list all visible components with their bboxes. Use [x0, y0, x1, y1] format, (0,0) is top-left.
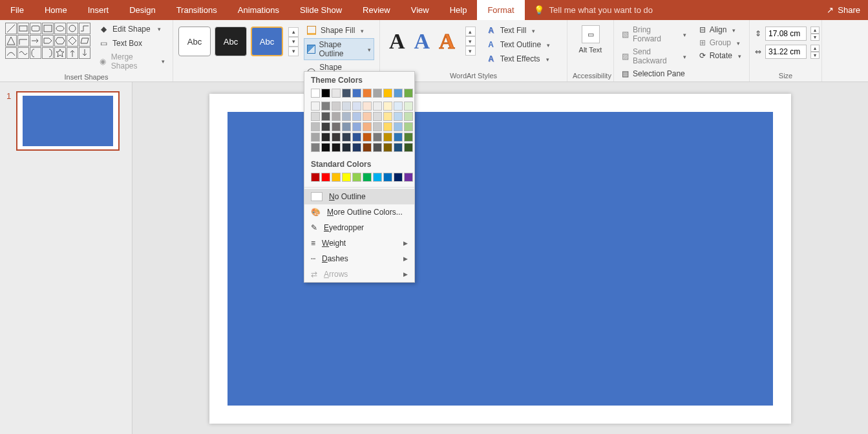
send-backward-button[interactable]: ▨Send Backward [619, 46, 689, 67]
shape-oval-icon[interactable] [54, 23, 66, 34]
tab-file[interactable]: File [0, 0, 34, 20]
slide-thumbnail-1[interactable]: 1 [6, 91, 125, 151]
wordart-preset-3[interactable]: A [439, 29, 455, 54]
color-swatch[interactable] [342, 102, 351, 111]
color-swatch[interactable] [352, 122, 361, 131]
shape-style-gallery[interactable]: Abc Abc Abc ▴ ▾ ▾ [178, 23, 299, 56]
align-button[interactable]: ⊟Align [697, 24, 744, 36]
gallery-down-icon[interactable]: ▾ [288, 37, 299, 47]
color-swatch[interactable] [363, 133, 372, 142]
wordart-gallery[interactable]: A A A ▴ ▾ ▾ [385, 23, 480, 56]
color-swatch[interactable] [321, 143, 330, 152]
shape-circle-icon[interactable] [67, 23, 78, 34]
shape-pentagon-arrow-icon[interactable] [42, 35, 54, 47]
shape-triangle-icon[interactable] [5, 35, 17, 47]
color-swatch[interactable] [342, 112, 351, 121]
gallery-more-icon[interactable]: ▾ [288, 47, 299, 56]
color-swatch[interactable] [383, 173, 392, 182]
gallery-more-icon[interactable]: ▾ [465, 46, 476, 56]
color-swatch[interactable] [352, 112, 361, 121]
text-fill-button[interactable]: Text Fill [483, 24, 553, 37]
wordart-preset-1[interactable]: A [389, 29, 405, 54]
color-swatch[interactable] [342, 89, 351, 98]
group-button[interactable]: ⊞Group [697, 37, 744, 49]
wordart-preset-2[interactable]: A [414, 29, 430, 54]
no-outline-item[interactable]: No Outline [304, 189, 414, 204]
color-swatch[interactable] [321, 102, 330, 111]
shape-roundrect-icon[interactable] [30, 23, 41, 34]
color-swatch[interactable] [363, 89, 372, 98]
color-swatch[interactable] [404, 143, 413, 152]
shape-star-icon[interactable] [54, 47, 66, 59]
shape-down-icon[interactable] [79, 47, 90, 59]
color-swatch[interactable] [363, 102, 372, 111]
color-swatch[interactable] [321, 89, 330, 98]
bring-forward-button[interactable]: ▧Bring Forward [619, 24, 689, 45]
tab-help[interactable]: Help [439, 0, 478, 20]
color-swatch[interactable] [404, 133, 413, 142]
color-swatch[interactable] [394, 122, 403, 131]
shape-brace-icon[interactable] [30, 47, 41, 59]
color-swatch[interactable] [352, 143, 361, 152]
color-swatch[interactable] [394, 133, 403, 142]
width-spinner[interactable]: ▴▾ [810, 45, 820, 59]
color-swatch[interactable] [394, 112, 403, 121]
color-swatch[interactable] [311, 89, 320, 98]
slide-thumbnail-panel[interactable]: 1 [0, 82, 132, 434]
height-control[interactable]: ⇕ ▴▾ [755, 27, 820, 41]
color-swatch[interactable] [311, 133, 320, 142]
color-swatch[interactable] [373, 89, 382, 98]
width-input[interactable] [765, 45, 807, 59]
gallery-down-icon[interactable]: ▾ [465, 36, 476, 46]
color-swatch[interactable] [352, 133, 361, 142]
width-control[interactable]: ⇔ ▴▾ [755, 45, 820, 59]
color-swatch[interactable] [352, 89, 361, 98]
text-outline-button[interactable]: A Text Outline [483, 38, 553, 51]
color-swatch[interactable] [363, 122, 372, 131]
color-swatch[interactable] [404, 112, 413, 121]
color-swatch[interactable] [311, 122, 320, 131]
color-swatch[interactable] [311, 173, 320, 182]
shapes-gallery[interactable] [5, 23, 90, 59]
shape-curve-icon[interactable] [5, 47, 17, 59]
color-swatch[interactable] [342, 133, 351, 142]
color-swatch[interactable] [404, 122, 413, 131]
color-swatch[interactable] [373, 112, 382, 121]
color-swatch[interactable] [332, 112, 341, 121]
color-swatch[interactable] [383, 112, 392, 121]
color-swatch[interactable] [363, 143, 372, 152]
eyedropper-item[interactable]: ✎ Eyedropper [304, 220, 414, 235]
shape-up-icon[interactable] [67, 47, 78, 59]
color-swatch[interactable] [332, 133, 341, 142]
color-swatch[interactable] [373, 102, 382, 111]
tab-animations[interactable]: Animations [228, 0, 290, 20]
color-swatch[interactable] [373, 122, 382, 131]
color-swatch[interactable] [394, 102, 403, 111]
color-swatch[interactable] [332, 102, 341, 111]
color-swatch[interactable] [342, 173, 351, 182]
gallery-scroll[interactable]: ▴ ▾ ▾ [288, 27, 299, 56]
color-swatch[interactable] [404, 102, 413, 111]
tab-transitions[interactable]: Transitions [166, 0, 228, 20]
slide-canvas-area[interactable] [132, 82, 868, 434]
color-swatch[interactable] [373, 173, 382, 182]
share-button[interactable]: ↗ Share [819, 0, 868, 20]
color-swatch[interactable] [321, 112, 330, 121]
tab-design[interactable]: Design [119, 0, 165, 20]
color-swatch[interactable] [311, 102, 320, 111]
gallery-up-icon[interactable]: ▴ [465, 27, 476, 36]
color-swatch[interactable] [394, 143, 403, 152]
tell-me-search[interactable]: 💡 Tell me what you want to do [525, 0, 662, 20]
color-swatch[interactable] [332, 143, 341, 152]
color-swatch[interactable] [321, 173, 330, 182]
shape-fill-button[interactable]: Shape Fill [304, 24, 374, 37]
color-swatch[interactable] [321, 122, 330, 131]
selection-pane-button[interactable]: ▤Selection Pane [619, 68, 689, 80]
height-spinner[interactable]: ▴▾ [810, 27, 820, 41]
shape-brace2-icon[interactable] [42, 47, 54, 59]
shape-connector-icon[interactable] [79, 23, 90, 34]
shape-diamond-icon[interactable] [67, 35, 78, 47]
gallery-up-icon[interactable]: ▴ [288, 27, 299, 37]
color-swatch[interactable] [311, 143, 320, 152]
color-swatch[interactable] [321, 133, 330, 142]
